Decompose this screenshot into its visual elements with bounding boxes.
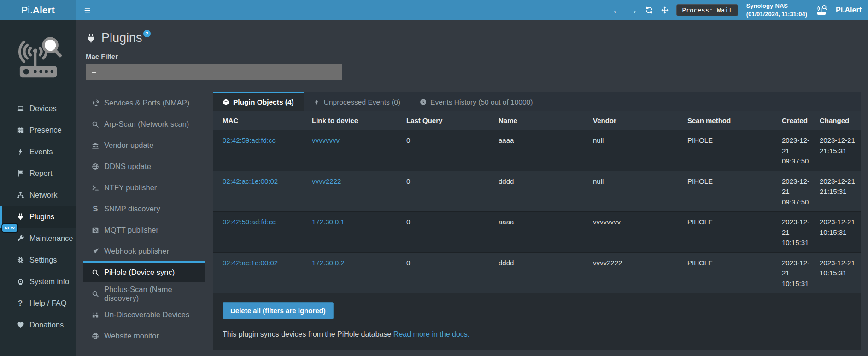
sidebar-item-donations[interactable]: Donations — [0, 314, 76, 336]
mac-link[interactable]: 02:42:59:ad:fd:cc — [223, 136, 276, 144]
tab-label: Events History (50 out of 10000) — [430, 98, 533, 106]
tab-plugin-objects-4[interactable]: Plugin Objects (4) — [213, 92, 304, 111]
vendor-value: vvvv2222 — [593, 259, 622, 267]
delete-all-button[interactable]: Delete all (filters are ignored) — [223, 302, 334, 319]
laptop-icon — [15, 105, 25, 112]
sidebar-toggle-icon[interactable] — [83, 6, 91, 14]
plugin-nav-pholus-scan-name-discovery[interactable]: Pholus-Scan (Name discovery) — [83, 282, 205, 303]
sidebar-item-label: System info — [29, 277, 69, 286]
mac-link[interactable]: 02:42:ac:1e:00:02 — [223, 177, 278, 185]
column-header-scan_method: Scan method — [687, 111, 782, 130]
sidebar-item-label: Donations — [29, 321, 64, 329]
mac-filter-input[interactable] — [86, 64, 342, 80]
sidebar-item-maintenance[interactable]: NEWMaintenance — [0, 228, 76, 249]
sidebar-item-settings[interactable]: Settings — [0, 249, 76, 271]
search-icon — [90, 290, 100, 298]
scan_method-value: PIHOLE — [687, 136, 713, 144]
chip-icon — [15, 278, 25, 286]
plugin-nav-un-discoverable-devices[interactable]: Un-Discoverable Devices — [83, 303, 205, 325]
bolt-icon — [313, 99, 320, 105]
plugin-objects-table: MACLink to deviceLast QueryNameVendorSca… — [213, 111, 861, 293]
main-content: Plugins ? Mac Filter Services & Ports (N… — [76, 20, 868, 356]
plugin-nav-vendor-update[interactable]: Vendor update — [83, 134, 205, 155]
plugins-layout: Services & Ports (NMAP)Arp-Scan (Network… — [83, 92, 861, 350]
sidebar-item-system-info[interactable]: System info — [0, 271, 76, 292]
sidebar-item-devices[interactable]: Devices — [0, 98, 76, 119]
changed-value: 2023-12-21 10:15:31 — [820, 259, 855, 277]
plugin-nav-pihole-device-sync[interactable]: PiHole (Device sync) — [83, 261, 205, 282]
plugin-nav-snmp-discovery[interactable]: SSNMP discovery — [83, 198, 205, 219]
app-name: Pi.Alert — [836, 6, 862, 14]
back-arrow-icon[interactable]: ← — [612, 6, 621, 15]
scan_method-value: PIHOLE — [687, 177, 713, 185]
sidebar-item-network[interactable]: Network — [0, 184, 76, 206]
name-value: dddd — [499, 259, 514, 267]
host-timestamp: (01/01/2024, 11:31:04) — [746, 10, 807, 18]
sidebar-item-label: Devices — [29, 104, 57, 113]
cell-mac: 02:42:59:ad:fd:cc — [213, 212, 312, 253]
table-row: 02:42:ac:1e:00:02172.30.0.20ddddvvvv2222… — [213, 252, 861, 293]
table-row: 02:42:59:ad:fd:cc172.30.0.10aaaavvvvvvvv… — [213, 212, 861, 253]
refresh-icon[interactable] — [645, 6, 653, 14]
cell-link: vvvvvvvv — [312, 130, 406, 171]
new-badge: NEW — [2, 224, 17, 232]
move-icon[interactable] — [661, 6, 669, 14]
plugin-nav-webhook-publisher[interactable]: Webhook publisher — [83, 240, 205, 261]
cell-changed: 2023-12-21 21:15:31 — [820, 130, 861, 171]
changed-value: 2023-12-21 21:15:31 — [820, 177, 855, 196]
plugin-nav-arp-scan-network-scan[interactable]: Arp-Scan (Network scan) — [83, 113, 205, 134]
help-badge[interactable]: ? — [143, 30, 151, 37]
link-link[interactable]: vvvvvvvv — [312, 136, 340, 144]
cell-created: 2023-12-21 09:37:50 — [782, 130, 820, 171]
link-link[interactable]: 172.30.0.2 — [312, 259, 345, 267]
link-link[interactable]: 172.30.0.1 — [312, 218, 345, 226]
mac-filter-label: Mac Filter — [86, 53, 868, 60]
bank-icon — [90, 142, 100, 149]
cell-name: dddd — [499, 252, 593, 293]
brand-logo[interactable]: Pi.Alert — [0, 0, 76, 20]
plugin-nav-mqtt-publisher[interactable]: MQTT publisher — [83, 219, 205, 240]
sidebar-item-presence[interactable]: Presence — [0, 119, 76, 141]
cell-scan_method: PIHOLE — [687, 212, 782, 253]
sidebar-item-events[interactable]: Events — [0, 141, 76, 163]
table-header-row: MACLink to deviceLast QueryNameVendorSca… — [213, 111, 861, 130]
plug-icon — [15, 213, 25, 221]
tab-label: Plugin Objects (4) — [233, 98, 294, 106]
changed-value: 2023-12-21 21:15:31 — [820, 136, 855, 155]
wrench-icon — [15, 234, 25, 242]
name-value: aaaa — [499, 136, 514, 144]
link-link[interactable]: vvvv2222 — [312, 177, 341, 185]
sidebar-item-label: Help / FAQ — [29, 299, 67, 308]
letter-s-icon: S — [90, 205, 100, 213]
cell-scan_method: PIHOLE — [687, 171, 782, 212]
plugin-nav-ddns-update[interactable]: DDNS update — [83, 155, 205, 176]
cell-name: aaaa — [499, 212, 593, 253]
gear-icon — [15, 256, 25, 264]
plugin-nav-label: Un-Discoverable Devices — [104, 310, 189, 319]
cell-link: vvvv2222 — [312, 171, 406, 212]
sidebar-item-help-faq[interactable]: ?Help / FAQ — [0, 292, 76, 314]
changed-value: 2023-12-21 10:15:31 — [820, 218, 855, 236]
sidebar-item-report[interactable]: Report — [0, 163, 76, 184]
phone-volume-icon — [90, 99, 100, 107]
plugin-nav-label: DDNS update — [104, 162, 151, 171]
mac-link[interactable]: 02:42:ac:1e:00:02 — [223, 259, 278, 267]
cell-name: dddd — [499, 171, 593, 212]
plugin-nav-ntfy-publisher[interactable]: NTFY publisher — [83, 176, 205, 198]
send-icon — [90, 248, 100, 255]
cube-icon — [223, 99, 229, 105]
plugin-nav-website-monitor[interactable]: Website monitor — [83, 325, 205, 346]
plug-icon — [86, 33, 96, 43]
mac-link[interactable]: 02:42:59:ad:fd:cc — [223, 218, 276, 226]
column-header-created: Created — [782, 111, 820, 130]
forward-arrow-icon[interactable]: → — [628, 6, 638, 15]
tab-events-history-50-out-of-10000[interactable]: Events History (50 out of 10000) — [410, 92, 542, 111]
created-value: 2023-12-21 09:37:50 — [782, 136, 809, 165]
column-header-last_query: Last Query — [406, 111, 499, 130]
last_query-value: 0 — [406, 218, 410, 226]
plugin-nav-services-ports-nmap[interactable]: Services & Ports (NMAP) — [83, 92, 205, 113]
tab-unprocessed-events-0[interactable]: Unprocessed Events (0) — [304, 92, 410, 111]
cell-created: 2023-12-21 09:37:50 — [782, 171, 820, 212]
docs-link[interactable]: Read more in the docs. — [393, 330, 469, 338]
cell-created: 2023-12-21 10:15:31 — [782, 252, 820, 293]
